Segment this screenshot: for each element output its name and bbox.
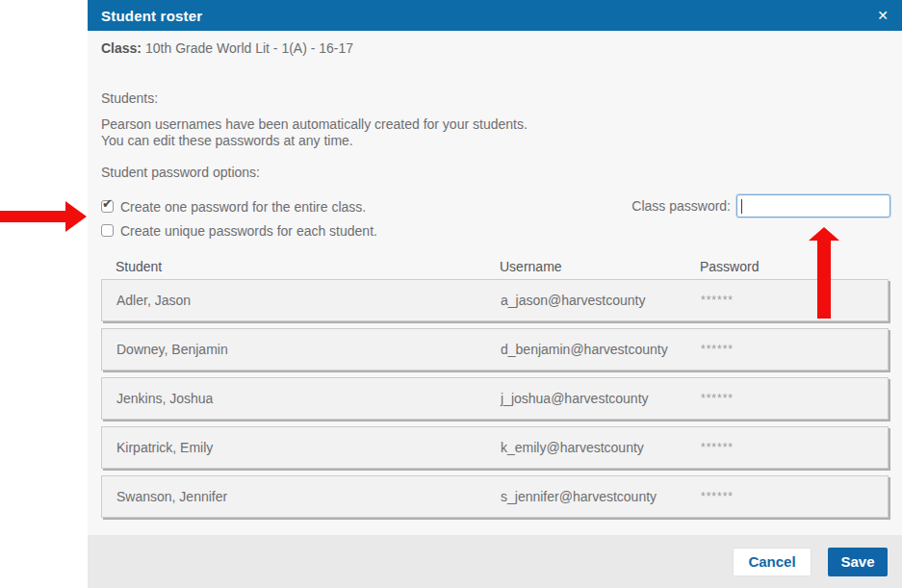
one-password-checkbox[interactable]: ✔ — [101, 200, 114, 213]
table-row[interactable]: Jenkins, Joshua j_joshua@harvestcounty *… — [101, 377, 889, 420]
student-name: Jenkins, Joshua — [116, 391, 501, 406]
student-username: k_emily@harvestcounty — [501, 440, 701, 455]
student-roster-modal: Student roster ✕ Class:10th Grade World … — [88, 0, 902, 588]
info-line-2: You can edit these passwords at any time… — [101, 133, 890, 149]
info-line-1: Pearson usernames have been automaticall… — [101, 116, 890, 133]
class-password-input[interactable] — [736, 194, 890, 217]
student-username: a_jason@harvestcounty — [501, 293, 701, 308]
modal-body: Class:10th Grade World Lit - 1(A) - 16-1… — [88, 31, 902, 535]
student-name: Kirpatrick, Emily — [116, 440, 501, 455]
text-caret — [741, 199, 742, 214]
modal-header: Student roster ✕ — [88, 0, 902, 31]
student-name: Downey, Benjamin — [116, 342, 501, 357]
table-row[interactable]: Adler, Jason a_jason@harvestcounty *****… — [101, 279, 889, 321]
table-row[interactable]: Downey, Benjamin d_benjamin@harvestcount… — [101, 328, 889, 371]
header-student: Student — [116, 259, 500, 274]
cancel-button[interactable]: Cancel — [733, 548, 812, 576]
class-label: Class: — [101, 40, 142, 56]
student-password-mask: ****** — [701, 441, 888, 454]
student-name: Adler, Jason — [116, 293, 501, 308]
password-options: ✔ Create one password for the entire cla… — [101, 196, 377, 241]
password-options-row: ✔ Create one password for the entire cla… — [101, 196, 890, 241]
option-unique-passwords-label: Create unique passwords for each student… — [120, 223, 377, 239]
table-header-row: Student Username Password — [101, 253, 889, 279]
close-icon[interactable]: ✕ — [877, 9, 889, 22]
class-value: 10th Grade World Lit - 1(A) - 16-17 — [145, 40, 353, 56]
password-options-label: Student password options: — [101, 165, 890, 180]
info-text: Pearson usernames have been automaticall… — [101, 116, 890, 149]
check-icon: ✔ — [102, 197, 113, 210]
student-password-mask: ****** — [701, 392, 888, 405]
header-username: Username — [500, 259, 700, 274]
student-username: s_jennifer@harvestcounty — [501, 489, 701, 504]
student-password-mask: ****** — [701, 490, 888, 503]
annotation-arrow-up-icon — [807, 227, 841, 319]
modal-title: Student roster — [101, 8, 202, 24]
unique-passwords-checkbox[interactable]: ✔ — [101, 224, 114, 237]
student-username: d_benjamin@harvestcounty — [501, 342, 701, 357]
student-password-mask: ****** — [701, 343, 888, 356]
table-row[interactable]: Kirpatrick, Emily k_emily@harvestcounty … — [101, 426, 889, 469]
option-one-password-label: Create one password for the entire class… — [120, 199, 366, 215]
table-row[interactable]: Swanson, Jennifer s_jennifer@harvestcoun… — [101, 475, 889, 518]
student-name: Swanson, Jennifer — [116, 489, 501, 504]
class-password-field: Class password: — [631, 194, 890, 217]
class-line: Class:10th Grade World Lit - 1(A) - 16-1… — [101, 40, 890, 56]
class-password-label: Class password: — [631, 198, 731, 214]
student-roster-table: Student Username Password Adler, Jason a… — [101, 253, 889, 518]
student-username: j_joshua@harvestcounty — [501, 391, 701, 406]
student-password-mask: ****** — [701, 294, 888, 307]
option-unique-passwords[interactable]: ✔ Create unique passwords for each stude… — [101, 220, 377, 241]
option-one-password[interactable]: ✔ Create one password for the entire cla… — [101, 196, 377, 217]
students-label: Students: — [101, 90, 890, 106]
modal-footer: Cancel Save — [88, 535, 902, 588]
header-password: Password — [700, 259, 889, 274]
save-button[interactable]: Save — [828, 548, 888, 576]
annotation-arrow-right-icon — [0, 199, 88, 235]
